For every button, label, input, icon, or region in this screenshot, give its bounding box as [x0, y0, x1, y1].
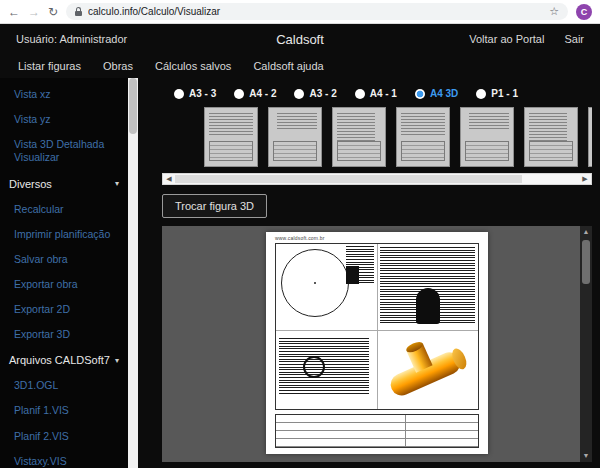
- trocar-figura-button[interactable]: Trocar figura 3D: [162, 194, 267, 218]
- radio-icon: [355, 89, 365, 99]
- format-option-a4-2[interactable]: A4 - 2: [234, 88, 276, 99]
- format-label: A3 - 3: [189, 88, 216, 99]
- format-label: P1 - 1: [491, 88, 518, 99]
- radio-icon: [476, 89, 486, 99]
- solid-section: [346, 266, 359, 284]
- nav-item-c-lculos-salvos[interactable]: Cálculos salvos: [155, 60, 231, 72]
- sidebar-item-planif-1-vis[interactable]: Planif 1.VIS: [0, 398, 128, 423]
- chevron-down-icon: ▾: [115, 179, 119, 188]
- view-3d: [377, 330, 478, 409]
- format-option-p1-1[interactable]: P1 - 1: [476, 88, 518, 99]
- sidebar-item-recalcular[interactable]: Recalcular: [0, 197, 128, 222]
- scroll-up-icon[interactable]: ▲: [583, 226, 590, 238]
- sidebar-scrollbar-thumb[interactable]: [129, 78, 137, 134]
- sidebar-section-diversos[interactable]: Diversos▾: [0, 171, 128, 197]
- sidebar-item-3d1-ogl[interactable]: 3D1.OGL: [0, 373, 128, 398]
- format-option-a4-3d[interactable]: A4 3D: [415, 88, 458, 99]
- preview-sheet: www.caldsoft.com.br: [266, 232, 488, 454]
- scroll-down-icon[interactable]: ▼: [583, 450, 590, 462]
- figure-thumbnail-6[interactable]: [524, 107, 578, 167]
- sidebar-item-exportar-3d[interactable]: Exportar 3D: [0, 322, 128, 347]
- drawing-frame: [275, 243, 479, 410]
- dome-section: [416, 288, 440, 324]
- header-links: Voltar ao Portal Sair: [469, 33, 584, 45]
- format-label: A4 - 2: [249, 88, 276, 99]
- radio-icon: [234, 89, 244, 99]
- address-bar[interactable]: calculo.info/Calculo/Visualizar ☆: [66, 3, 568, 20]
- nav-item-obras[interactable]: Obras: [103, 60, 133, 72]
- sidebar-section-arquivos-caldsoft7[interactable]: Arquivos CALDSoft7▾: [0, 347, 128, 373]
- format-label: A4 - 1: [370, 88, 397, 99]
- preview-scrollbar[interactable]: ▲ ▼: [580, 226, 592, 462]
- voltar-portal-link[interactable]: Voltar ao Portal: [469, 33, 544, 45]
- format-row: A3 - 3A4 - 2A3 - 2A4 - 1A4 3DP1 - 1: [174, 88, 592, 99]
- cylinder-3d: [380, 330, 474, 409]
- figure-thumbnail-2[interactable]: [268, 107, 322, 167]
- sidebar-item-planif-2-vis[interactable]: Planif 2.VIS: [0, 424, 128, 449]
- sidebar-item-imprimir-planifica-o[interactable]: Imprimir planificação: [0, 222, 128, 247]
- view-top-left: [276, 244, 377, 330]
- scroll-left-icon[interactable]: ◀: [163, 174, 175, 184]
- view-bottom-left: [276, 330, 377, 409]
- bookmark-star-icon[interactable]: ☆: [549, 6, 559, 17]
- sidebar-item-vista-yz[interactable]: Vista yz: [0, 107, 128, 132]
- figure-thumbnail-5[interactable]: [460, 107, 514, 167]
- thumbnail-scrollbar-thumb[interactable]: [175, 175, 522, 183]
- watermark-text: www.caldsoft.com.br: [275, 235, 325, 241]
- app-header: Caldsoft Usuário: Administrador Voltar a…: [0, 24, 600, 54]
- format-option-a3-3[interactable]: A3 - 3: [174, 88, 216, 99]
- format-option-a3-2[interactable]: A3 - 2: [294, 88, 336, 99]
- sidebar: Vista xzVista yzVista 3D Detalhada Visua…: [0, 78, 128, 468]
- sidebar-item-exportar-obra[interactable]: Exportar obra: [0, 272, 128, 297]
- nav-item-caldsoft-ajuda[interactable]: Caldsoft ajuda: [253, 60, 323, 72]
- url-text[interactable]: calculo.info/Calculo/Visualizar: [88, 6, 543, 17]
- radio-icon: [415, 89, 425, 99]
- refresh-icon[interactable]: ↻: [48, 6, 58, 18]
- sidebar-item-salvar-obra[interactable]: Salvar obra: [0, 247, 128, 272]
- lock-icon: [75, 11, 82, 16]
- browser-toolbar: ← → ↻ calculo.info/Calculo/Visualizar ☆ …: [0, 0, 600, 24]
- preview-scrollbar-thumb[interactable]: [582, 240, 590, 284]
- user-label: Usuário: Administrador: [16, 33, 127, 45]
- thumbnail-scrollbar[interactable]: ◀ ▶: [162, 173, 592, 185]
- sidebar-scrollbar[interactable]: [128, 78, 138, 468]
- sidebar-item-vista-3d-detalhada-visualizar[interactable]: Vista 3D Detalhada Visualizar: [0, 132, 128, 170]
- sidebar-item-vistaxy-vis[interactable]: Vistaxy.VIS: [0, 449, 128, 468]
- scroll-right-icon[interactable]: ▶: [579, 174, 591, 184]
- figure-thumbnail-4[interactable]: [396, 107, 450, 167]
- chevron-down-icon: ▾: [115, 356, 119, 365]
- format-option-a4-1[interactable]: A4 - 1: [355, 88, 397, 99]
- format-label: A3 - 2: [309, 88, 336, 99]
- app-nav: Listar figurasObrasCálculos salvosCaldso…: [0, 54, 600, 78]
- content: Vista xzVista yzVista 3D Detalhada Visua…: [0, 78, 600, 468]
- sidebar-item-vista-xz[interactable]: Vista xz: [0, 82, 128, 107]
- radio-icon: [294, 89, 304, 99]
- sair-link[interactable]: Sair: [564, 33, 584, 45]
- hole-circle: [303, 356, 325, 378]
- figure-thumbnail-3[interactable]: [332, 107, 386, 167]
- thumbnail-strip: [204, 107, 592, 167]
- format-label: A4 3D: [430, 88, 458, 99]
- nav-item-listar-figuras[interactable]: Listar figuras: [18, 60, 81, 72]
- circle-view: [281, 249, 349, 317]
- profile-avatar[interactable]: C: [576, 4, 592, 20]
- browser-window: ← → ↻ calculo.info/Calculo/Visualizar ☆ …: [0, 0, 600, 468]
- sidebar-item-exportar-2d[interactable]: Exportar 2D: [0, 297, 128, 322]
- preview-panel: www.caldsoft.com.br: [162, 226, 592, 462]
- main-panel: A3 - 3A4 - 2A3 - 2A4 - 1A4 3DP1 - 1 ◀ ▶ …: [138, 78, 600, 468]
- radio-icon: [174, 89, 184, 99]
- back-icon[interactable]: ←: [8, 6, 20, 18]
- figure-thumbnail-7[interactable]: [588, 107, 592, 167]
- thumbnail-scrollbar-track[interactable]: [175, 174, 579, 184]
- hatch-band-lower: [279, 338, 369, 394]
- title-block: [275, 414, 479, 448]
- forward-icon[interactable]: →: [28, 6, 40, 18]
- view-top-right: [377, 244, 478, 330]
- figure-thumbnail-1[interactable]: [204, 107, 258, 167]
